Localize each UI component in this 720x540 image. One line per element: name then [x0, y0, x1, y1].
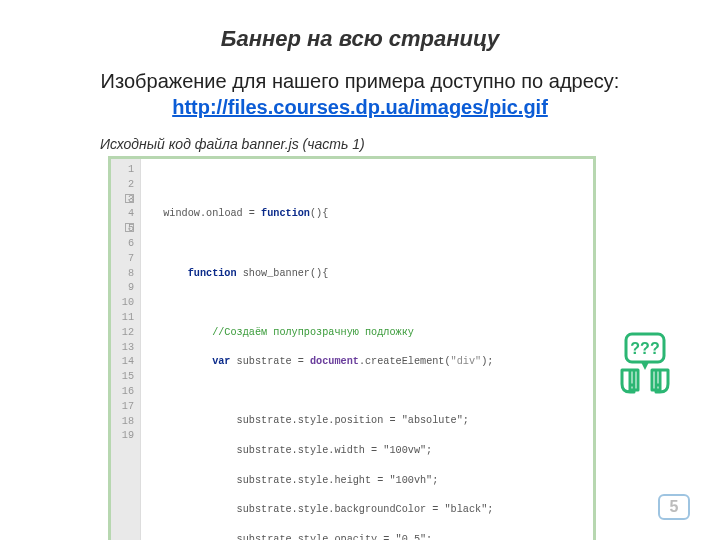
- line-number: 19: [117, 429, 134, 444]
- line-number: 15: [117, 370, 134, 385]
- svg-text:???: ???: [630, 340, 659, 357]
- question-hands-icon: ???: [610, 330, 680, 400]
- page-number-badge: 5: [658, 494, 690, 520]
- line-number: 2-: [117, 178, 134, 193]
- line-number: 1: [117, 163, 134, 178]
- line-number-gutter: 1 2- 3 4- 5 6 7 8 9 10 11 12 13 14 15 16…: [111, 159, 141, 540]
- line-number: 9: [117, 281, 134, 296]
- subtitle: Изображение для нашего примера доступно …: [40, 68, 680, 120]
- line-number: 10: [117, 296, 134, 311]
- line-number: 7: [117, 252, 134, 267]
- line-number: 18: [117, 415, 134, 430]
- line-number: 6: [117, 237, 134, 252]
- line-number: 8: [117, 267, 134, 282]
- example-url-link[interactable]: http://files.courses.dp.ua/images/pic.gi…: [172, 96, 548, 118]
- svg-marker-2: [641, 362, 649, 370]
- subtitle-lead: Изображение для нашего примера доступно …: [101, 70, 620, 92]
- code-lines: window.onload = function(){ function sho…: [141, 159, 546, 540]
- code-block: 1 2- 3 4- 5 6 7 8 9 10 11 12 13 14 15 16…: [108, 156, 596, 540]
- line-number: 17: [117, 400, 134, 415]
- line-number: 16: [117, 385, 134, 400]
- line-number: 4-: [117, 207, 134, 222]
- line-number: 14: [117, 355, 134, 370]
- line-number: 13: [117, 341, 134, 356]
- line-number: 12: [117, 326, 134, 341]
- code-caption: Исходный код файла banner.js (часть 1): [100, 136, 400, 152]
- slide-title: Баннер на всю страницу: [40, 26, 680, 52]
- line-number: 11: [117, 311, 134, 326]
